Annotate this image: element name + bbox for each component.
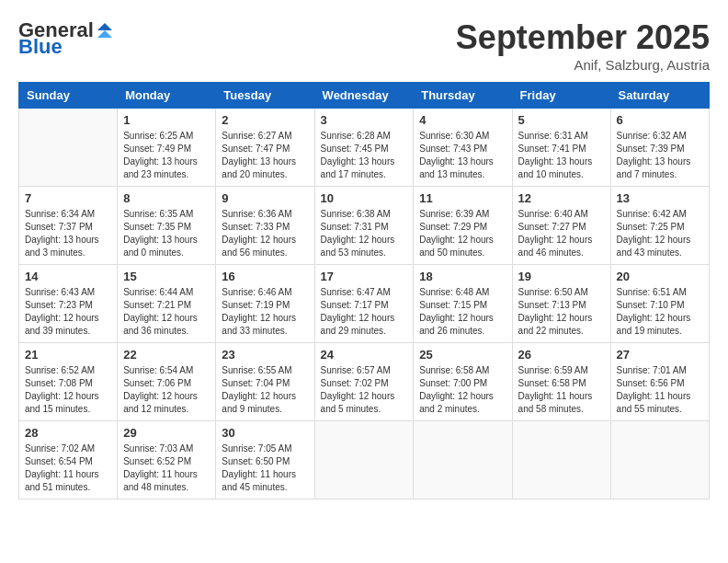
day-number: 30 (222, 426, 308, 440)
day-number: 22 (123, 348, 210, 362)
calendar-cell (414, 421, 512, 500)
week-row-5: 28Sunrise: 7:02 AM Sunset: 6:54 PM Dayli… (19, 421, 710, 500)
calendar-cell: 12Sunrise: 6:40 AM Sunset: 7:27 PM Dayli… (512, 187, 610, 265)
weekday-header-sunday: Sunday (19, 83, 118, 109)
day-number: 20 (617, 270, 703, 283)
calendar-cell: 13Sunrise: 6:42 AM Sunset: 7:25 PM Dayli… (610, 187, 709, 265)
day-number: 8 (123, 191, 210, 205)
day-number: 21 (25, 348, 111, 362)
day-info: Sunrise: 6:39 AM Sunset: 7:29 PM Dayligh… (419, 208, 506, 259)
calendar-cell: 17Sunrise: 6:47 AM Sunset: 7:17 PM Dayli… (314, 265, 414, 343)
day-number: 11 (419, 191, 506, 205)
day-info: Sunrise: 6:28 AM Sunset: 7:45 PM Dayligh… (321, 130, 408, 181)
calendar-cell: 27Sunrise: 7:01 AM Sunset: 6:56 PM Dayli… (610, 343, 709, 421)
calendar-cell (512, 421, 610, 500)
logo-icon (96, 21, 114, 40)
day-info: Sunrise: 6:27 AM Sunset: 7:47 PM Dayligh… (222, 130, 308, 181)
day-number: 25 (419, 348, 506, 362)
day-number: 4 (419, 113, 506, 127)
day-info: Sunrise: 7:01 AM Sunset: 6:56 PM Dayligh… (617, 364, 703, 416)
day-number: 3 (321, 113, 408, 127)
day-info: Sunrise: 6:58 AM Sunset: 7:00 PM Dayligh… (419, 364, 506, 416)
calendar-cell: 25Sunrise: 6:58 AM Sunset: 7:00 PM Dayli… (414, 343, 512, 421)
calendar-cell: 5Sunrise: 6:31 AM Sunset: 7:41 PM Daylig… (512, 109, 610, 187)
calendar-cell (314, 421, 414, 500)
day-number: 27 (617, 348, 703, 362)
calendar-cell: 2Sunrise: 6:27 AM Sunset: 7:47 PM Daylig… (216, 109, 314, 187)
day-number: 13 (617, 191, 703, 205)
week-row-1: 1Sunrise: 6:25 AM Sunset: 7:49 PM Daylig… (19, 109, 710, 187)
week-row-3: 14Sunrise: 6:43 AM Sunset: 7:23 PM Dayli… (19, 265, 710, 343)
day-info: Sunrise: 6:57 AM Sunset: 7:02 PM Dayligh… (321, 364, 408, 416)
day-number: 5 (518, 113, 605, 127)
day-info: Sunrise: 6:51 AM Sunset: 7:10 PM Dayligh… (617, 286, 703, 338)
calendar-cell: 19Sunrise: 6:50 AM Sunset: 7:13 PM Dayli… (512, 265, 610, 343)
day-number: 7 (25, 191, 111, 205)
day-info: Sunrise: 6:47 AM Sunset: 7:17 PM Dayligh… (321, 286, 408, 338)
svg-marker-1 (97, 30, 112, 38)
week-row-2: 7Sunrise: 6:34 AM Sunset: 7:37 PM Daylig… (19, 187, 710, 265)
day-info: Sunrise: 6:38 AM Sunset: 7:31 PM Dayligh… (321, 208, 408, 259)
day-number: 28 (25, 426, 111, 440)
calendar-cell (610, 421, 709, 500)
page-header: General Blue September 2025 Anif, Salzbu… (18, 18, 710, 73)
day-number: 1 (123, 113, 210, 127)
calendar-cell: 10Sunrise: 6:38 AM Sunset: 7:31 PM Dayli… (314, 187, 414, 265)
day-number: 23 (222, 348, 308, 362)
day-info: Sunrise: 6:55 AM Sunset: 7:04 PM Dayligh… (222, 364, 308, 416)
day-number: 9 (222, 191, 308, 205)
calendar-table: SundayMondayTuesdayWednesdayThursdayFrid… (18, 82, 710, 500)
calendar-cell: 26Sunrise: 6:59 AM Sunset: 6:58 PM Dayli… (512, 343, 610, 421)
day-info: Sunrise: 6:34 AM Sunset: 7:37 PM Dayligh… (25, 208, 111, 259)
weekday-header-thursday: Thursday (414, 83, 512, 109)
location-subtitle: Anif, Salzburg, Austria (456, 57, 710, 73)
calendar-cell: 29Sunrise: 7:03 AM Sunset: 6:52 PM Dayli… (118, 421, 216, 500)
day-info: Sunrise: 6:30 AM Sunset: 7:43 PM Dayligh… (419, 130, 506, 181)
weekday-header-row: SundayMondayTuesdayWednesdayThursdayFrid… (19, 83, 710, 109)
logo: General Blue (18, 18, 114, 59)
day-info: Sunrise: 6:54 AM Sunset: 7:06 PM Dayligh… (123, 364, 210, 416)
day-number: 14 (25, 270, 111, 283)
day-number: 12 (518, 191, 605, 205)
day-info: Sunrise: 6:43 AM Sunset: 7:23 PM Dayligh… (25, 286, 111, 338)
day-info: Sunrise: 6:46 AM Sunset: 7:19 PM Dayligh… (222, 286, 308, 338)
calendar-cell: 6Sunrise: 6:32 AM Sunset: 7:39 PM Daylig… (610, 109, 709, 187)
calendar-cell: 24Sunrise: 6:57 AM Sunset: 7:02 PM Dayli… (314, 343, 414, 421)
day-number: 26 (518, 348, 605, 362)
calendar-cell: 30Sunrise: 7:05 AM Sunset: 6:50 PM Dayli… (216, 421, 314, 500)
day-info: Sunrise: 6:52 AM Sunset: 7:08 PM Dayligh… (25, 364, 111, 416)
calendar-cell: 3Sunrise: 6:28 AM Sunset: 7:45 PM Daylig… (314, 109, 414, 187)
calendar-cell: 28Sunrise: 7:02 AM Sunset: 6:54 PM Dayli… (19, 421, 118, 500)
day-number: 18 (419, 270, 506, 283)
month-title: September 2025 (456, 18, 710, 57)
day-info: Sunrise: 6:48 AM Sunset: 7:15 PM Dayligh… (419, 286, 506, 338)
day-info: Sunrise: 7:05 AM Sunset: 6:50 PM Dayligh… (222, 442, 308, 494)
calendar-cell: 22Sunrise: 6:54 AM Sunset: 7:06 PM Dayli… (118, 343, 216, 421)
day-info: Sunrise: 6:42 AM Sunset: 7:25 PM Dayligh… (617, 208, 703, 259)
calendar-cell: 18Sunrise: 6:48 AM Sunset: 7:15 PM Dayli… (414, 265, 512, 343)
calendar-cell: 1Sunrise: 6:25 AM Sunset: 7:49 PM Daylig… (118, 109, 216, 187)
calendar-cell: 8Sunrise: 6:35 AM Sunset: 7:35 PM Daylig… (118, 187, 216, 265)
weekday-header-monday: Monday (118, 83, 216, 109)
weekday-header-friday: Friday (512, 83, 610, 109)
weekday-header-tuesday: Tuesday (216, 83, 314, 109)
calendar-cell: 15Sunrise: 6:44 AM Sunset: 7:21 PM Dayli… (118, 265, 216, 343)
calendar-cell: 21Sunrise: 6:52 AM Sunset: 7:08 PM Dayli… (19, 343, 118, 421)
day-number: 6 (617, 113, 703, 127)
day-info: Sunrise: 6:35 AM Sunset: 7:35 PM Dayligh… (123, 208, 210, 259)
weekday-header-wednesday: Wednesday (314, 83, 414, 109)
day-info: Sunrise: 7:03 AM Sunset: 6:52 PM Dayligh… (123, 442, 210, 494)
calendar-cell (19, 109, 118, 187)
calendar-cell: 14Sunrise: 6:43 AM Sunset: 7:23 PM Dayli… (19, 265, 118, 343)
weekday-header-saturday: Saturday (610, 83, 709, 109)
day-info: Sunrise: 6:31 AM Sunset: 7:41 PM Dayligh… (518, 130, 605, 181)
day-number: 15 (123, 270, 210, 283)
day-info: Sunrise: 6:40 AM Sunset: 7:27 PM Dayligh… (518, 208, 605, 259)
calendar-cell: 4Sunrise: 6:30 AM Sunset: 7:43 PM Daylig… (414, 109, 512, 187)
day-info: Sunrise: 6:25 AM Sunset: 7:49 PM Dayligh… (123, 130, 210, 181)
day-number: 16 (222, 270, 308, 283)
calendar-cell: 20Sunrise: 6:51 AM Sunset: 7:10 PM Dayli… (610, 265, 709, 343)
calendar-cell: 9Sunrise: 6:36 AM Sunset: 7:33 PM Daylig… (216, 187, 314, 265)
day-info: Sunrise: 6:36 AM Sunset: 7:33 PM Dayligh… (222, 208, 308, 259)
week-row-4: 21Sunrise: 6:52 AM Sunset: 7:08 PM Dayli… (19, 343, 710, 421)
